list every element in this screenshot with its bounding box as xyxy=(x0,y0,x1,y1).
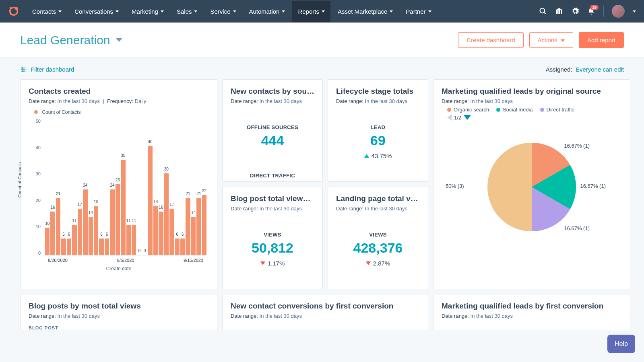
assigned-section: Assigned: Everyone can edit xyxy=(546,66,624,73)
bar[interactable]: 6 xyxy=(99,239,103,255)
pie-label-50: 50% (3) xyxy=(446,183,464,189)
svg-point-13 xyxy=(24,69,25,70)
bar[interactable]: 10 xyxy=(45,228,50,255)
hubspot-logo-icon[interactable] xyxy=(8,6,19,17)
nav-item-service[interactable]: Service xyxy=(204,1,242,22)
bar[interactable]: 24 xyxy=(110,189,114,255)
nav-item-conversations[interactable]: Conversations xyxy=(69,1,124,22)
avatar[interactable] xyxy=(612,5,625,18)
bar[interactable]: 30 xyxy=(164,173,169,255)
card-subtitle: Date range: In the last 30 days xyxy=(442,98,622,104)
card-blog-views[interactable]: Blog post total views a… Date range: In … xyxy=(222,187,323,289)
bar[interactable]: 16 xyxy=(50,212,55,255)
filter-dashboard-link[interactable]: Filter dashboard xyxy=(20,66,74,73)
delta-row: 43.75% xyxy=(336,152,420,159)
card-blog-posts[interactable]: Blog posts by most total views Date rang… xyxy=(20,294,217,330)
bar[interactable]: 6 xyxy=(67,239,71,255)
nav-item-asset-marketplace[interactable]: Asset Marketplace xyxy=(332,1,398,22)
nav-item-reports[interactable]: Reports xyxy=(292,1,330,22)
assigned-value-link[interactable]: Everyone can edit xyxy=(576,66,624,73)
stat-label: VIEWS xyxy=(336,232,420,238)
bar[interactable]: 21 xyxy=(56,198,60,255)
table-column-header: BLOG POST xyxy=(29,325,209,330)
svg-point-2 xyxy=(10,13,12,15)
bar[interactable]: 11 xyxy=(72,225,76,255)
bar[interactable]: 26 xyxy=(116,184,120,255)
bar-chart: Count of Contacts 50403020100 1016216611… xyxy=(29,119,209,272)
help-button[interactable]: Help xyxy=(607,335,635,353)
bar[interactable]: 6 xyxy=(180,239,185,255)
card-landing-views[interactable]: Landing page total vie… Date range: In t… xyxy=(328,187,428,289)
bar[interactable]: 17 xyxy=(169,209,174,255)
bar[interactable]: 24 xyxy=(83,189,87,255)
bar[interactable]: 35 xyxy=(121,160,125,255)
card-lifecycle[interactable]: Lifecycle stage totals Date range: In th… xyxy=(328,79,428,182)
pie-label-1: 16.67% (1) xyxy=(564,143,590,149)
x-axis-label: Create date xyxy=(29,266,209,272)
gear-icon[interactable] xyxy=(571,7,579,15)
chevron-down-icon xyxy=(58,10,62,12)
bar[interactable]: 21 xyxy=(196,198,201,255)
bar[interactable]: 18 xyxy=(94,206,98,255)
plot-area: 1016216611172414186624263511110040181630… xyxy=(44,119,207,255)
nav-item-automation[interactable]: Automation xyxy=(244,1,291,22)
bar[interactable]: 6 xyxy=(175,239,180,255)
marketplace-icon[interactable] xyxy=(555,7,563,15)
bar[interactable]: 18 xyxy=(153,206,158,255)
legend-item[interactable]: Social media xyxy=(496,107,533,113)
x-axis-ticks: 8/26/20209/5/20209/15/2020 xyxy=(44,258,207,263)
y-axis: 50403020100 xyxy=(29,119,41,255)
bar[interactable]: 11 xyxy=(132,225,136,255)
nav-item-sales[interactable]: Sales xyxy=(171,1,203,22)
create-dashboard-button[interactable]: Create dashboard xyxy=(458,32,523,48)
stat-block: LEAD 69 43.75% xyxy=(336,124,420,159)
bar[interactable]: 11 xyxy=(126,225,131,255)
svg-point-12 xyxy=(22,67,23,68)
card-new-conversions[interactable]: New contact conversions by first convers… xyxy=(222,294,428,330)
pager-next-icon[interactable] xyxy=(464,115,471,120)
pie-chart: 50% (3) 16.67% (1) 16.67% (1) 16.67% (1) xyxy=(442,121,622,253)
bar[interactable]: 6 xyxy=(105,239,109,255)
nav-item-contacts[interactable]: Contacts xyxy=(27,1,67,22)
card-contacts-created[interactable]: Contacts created Date range: In the last… xyxy=(20,79,217,289)
svg-rect-7 xyxy=(558,10,560,14)
bar[interactable]: 16 xyxy=(159,212,163,255)
bar[interactable]: 14 xyxy=(191,217,196,255)
search-icon[interactable] xyxy=(539,7,547,15)
bar[interactable]: 22 xyxy=(202,195,206,255)
card-mql-conversions[interactable]: Marketing qualified leads by first conve… xyxy=(433,294,630,330)
legend-item[interactable]: Direct traffic xyxy=(540,107,574,113)
legend-dot-icon xyxy=(540,108,544,112)
actions-dropdown[interactable]: Actions xyxy=(529,32,573,48)
bar[interactable]: 17 xyxy=(78,209,82,255)
card-subtitle: Date range: In the last 30 days xyxy=(231,98,314,104)
pie-label-3: 16.67% (1) xyxy=(564,225,590,231)
nav-item-partner[interactable]: Partner xyxy=(400,1,437,22)
dashboard-title-dropdown[interactable]: Lead Generation xyxy=(20,33,122,47)
add-report-button[interactable]: Add report xyxy=(579,32,624,48)
arrow-down-icon xyxy=(260,261,265,265)
pager-prev-icon[interactable] xyxy=(447,114,452,121)
legend-item[interactable]: Organic search xyxy=(447,107,489,113)
card-subtitle: Date range: In the last 30 days | Freque… xyxy=(29,98,209,104)
nav-item-marketing[interactable]: Marketing xyxy=(126,1,169,22)
dashboard-toolbar: Filter dashboard Assigned: Everyone can … xyxy=(0,58,644,79)
chevron-down-icon xyxy=(390,10,393,12)
stat-value: 428,376 xyxy=(336,240,420,256)
pager-text: 1/2 xyxy=(454,115,461,121)
delta-value: 2.87% xyxy=(373,260,390,267)
legend-pager: 1/2 xyxy=(442,114,622,121)
bar[interactable]: 40 xyxy=(148,146,152,255)
account-chevron-icon[interactable] xyxy=(633,10,636,12)
notifications-icon[interactable]: 19 xyxy=(587,7,595,15)
bar[interactable]: 6 xyxy=(61,239,66,255)
card-subtitle: Date range: In the last 30 days xyxy=(336,206,420,212)
caret-down-icon xyxy=(116,38,122,42)
bar[interactable]: 21 xyxy=(186,198,190,255)
svg-rect-8 xyxy=(561,10,562,14)
card-mql-pie[interactable]: Marketing qualified leads by original so… xyxy=(433,79,630,289)
bar[interactable]: 14 xyxy=(89,217,93,255)
card-new-contacts[interactable]: New contacts by source Date range: In th… xyxy=(222,79,323,182)
card-subtitle: Date range: In the last 30 days xyxy=(442,313,622,319)
chevron-down-icon xyxy=(282,10,285,12)
